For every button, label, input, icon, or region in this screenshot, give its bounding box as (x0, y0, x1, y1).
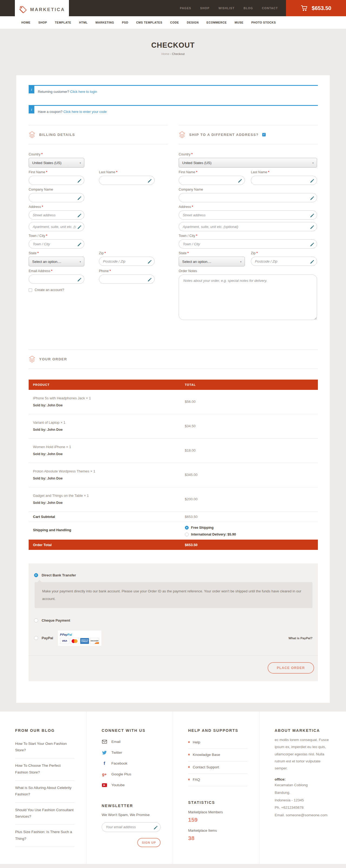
what-is-paypal-link[interactable]: What is PayPal? (288, 637, 312, 640)
order-notes-textarea[interactable] (179, 275, 317, 320)
header-nav-link[interactable]: WISHLIST (218, 6, 235, 10)
billing-country-select[interactable]: United States (US) ▼ (29, 158, 84, 167)
blog-post-link[interactable]: How To Start Your Own Fashion Store? (15, 737, 74, 758)
billing-address1-input[interactable] (29, 210, 84, 220)
address-line: Email. someone@someone.com (275, 811, 334, 819)
square-bullet-icon (188, 754, 190, 755)
help-link[interactable]: Contact Support (188, 761, 247, 774)
about-heading: ABOUT MARKETICA (275, 728, 334, 733)
billing-phone-input[interactable] (99, 275, 154, 284)
ship-different-address-checkbox[interactable] (262, 133, 266, 136)
shipping-last-name-field: Last Name* (251, 170, 317, 185)
billing-address2-input[interactable] (29, 222, 84, 231)
radio-free-shipping[interactable] (185, 526, 189, 530)
menu-item[interactable]: CODE (170, 21, 179, 24)
shipping-option-international[interactable]: International Delivery: $5.90 (185, 532, 236, 536)
blog-post-link[interactable]: Plus Size Fashion: Is There Such a Thing… (15, 825, 74, 847)
amex-card-icon: AMERICAN EXPRESS (80, 638, 89, 644)
radio-international-delivery[interactable] (185, 532, 189, 536)
breadcrumb-home[interactable]: Home (161, 52, 169, 56)
social-link-youtube[interactable]: ▶ Youtube (102, 780, 161, 790)
layers-icon (29, 355, 36, 363)
header-nav-link[interactable]: SHOP (200, 6, 210, 10)
radio-cheque-payment[interactable] (34, 618, 38, 622)
field-label: Last Name* (99, 170, 154, 174)
billing-email-input[interactable] (29, 275, 84, 284)
shipping-handling-row: Shipping and Handling Free Shipping Inte… (29, 522, 318, 539)
login-link[interactable]: Click here to login (70, 90, 97, 94)
shipping-handling-label: Shipping and Handling (29, 526, 185, 536)
menu-item[interactable]: DESIGN (187, 21, 199, 24)
shipping-last-name-input[interactable] (251, 176, 317, 185)
menu-item[interactable]: MARKETING (96, 21, 114, 24)
shipping-company-input[interactable] (179, 193, 317, 202)
payment-option-cheque[interactable]: Cheque Payment (34, 618, 312, 622)
shipping-zip-input[interactable] (251, 257, 317, 266)
radio-direct-bank-transfer[interactable] (34, 573, 38, 577)
billing-zip-input[interactable] (99, 257, 154, 266)
header-nav-link[interactable]: CONTACT (262, 6, 278, 10)
connect-heading: CONNECT WITH US (102, 728, 161, 733)
menu-item[interactable]: PSD (122, 21, 128, 24)
login-notice-text: Returning customer? (38, 90, 69, 94)
cart-button[interactable]: $653.50 (286, 0, 346, 16)
layers-icon (29, 131, 36, 138)
create-account-checkbox[interactable] (29, 288, 32, 292)
radio-paypal[interactable] (34, 636, 38, 640)
social-link-twitter[interactable]: Twitter (102, 747, 161, 758)
payment-option-bank[interactable]: Direct Bank Transfer (34, 573, 312, 577)
billing-first-name-field: First Name* (29, 170, 84, 185)
shipping-option-free[interactable]: Free Shipping (185, 526, 236, 530)
newsletter-email-input[interactable] (102, 822, 161, 832)
menu-item[interactable]: HOME (21, 21, 31, 24)
menu-item[interactable]: ECOMMERCE (207, 21, 227, 24)
pen-icon (77, 195, 82, 200)
menu-item[interactable]: MUSE (235, 21, 244, 24)
help-link[interactable]: Knowladge Base (188, 749, 247, 761)
menu-item[interactable]: SHOP (38, 21, 47, 24)
create-account-option[interactable]: Create an account? (29, 288, 168, 292)
billing-company-input[interactable] (29, 193, 84, 202)
help-link[interactable]: Help (188, 737, 247, 749)
menu-item[interactable]: PHOTO STOCKS (251, 21, 276, 24)
blog-heading: FROM OUR BLOG (15, 728, 74, 733)
header-nav-link[interactable]: BLOG (244, 6, 253, 10)
payment-option-paypal[interactable]: PayPal PPayPal VISA AMERICAN EXPRESS DIS… (34, 630, 312, 646)
field-label: Country* (179, 152, 317, 156)
address-line: Bandung. (275, 789, 334, 797)
brand-logo[interactable]: MARKETICA (15, 0, 69, 20)
blog-post-link[interactable]: What is So Alluring About Celebrity Fash… (15, 780, 74, 803)
social-link-email[interactable]: Email (102, 737, 161, 747)
menu-item[interactable]: HTML (79, 21, 88, 24)
order-row: Women Hold iPhone × 1 Sold by: John Doe … (29, 439, 318, 463)
social-link-google-plus[interactable]: g+ Google Plus (102, 769, 161, 780)
shipping-first-name-input[interactable] (179, 176, 245, 185)
billing-section-header: BILLING DETAILS (29, 125, 168, 144)
coupon-link[interactable]: Click here to enter your code (64, 110, 107, 114)
menu-item[interactable]: TEMPLATE (55, 21, 71, 24)
billing-last-name-input[interactable] (99, 176, 154, 185)
menu-item[interactable]: CMS TEMPLATES (136, 21, 163, 24)
billing-column: BILLING DETAILS Country* United States (… (29, 125, 168, 324)
order-total-row: Order Total $653.50 (29, 539, 318, 550)
help-link[interactable]: FAQ (188, 774, 247, 786)
header-nav-link[interactable]: PAGES (180, 6, 192, 10)
your-order-heading: YOUR ORDER (39, 357, 67, 361)
shipping-town-input[interactable] (179, 239, 317, 249)
blog-post-link[interactable]: Should You Use Fashion Consultant Servic… (15, 803, 74, 825)
social-link-facebook[interactable]: f Facebook (102, 758, 161, 769)
billing-state-select[interactable]: Select an option.... ▼ (29, 257, 84, 267)
blog-post-link[interactable]: How To Choose The Perfect Fashion Store? (15, 758, 74, 780)
billing-first-name-input[interactable] (29, 176, 84, 185)
order-table: PRODUCT TOTAL iPhone 5s with Headphones … (29, 379, 318, 550)
billing-town-input[interactable] (29, 239, 84, 249)
shipping-country-select[interactable]: United States (US) ▼ (179, 158, 317, 167)
pen-icon (310, 195, 314, 200)
field-label: First Name* (29, 170, 84, 174)
shipping-state-select[interactable]: Select an option.... ▼ (179, 257, 245, 267)
shipping-country-field: Country* United States (US) ▼ (179, 152, 317, 167)
shipping-address2-input[interactable] (179, 222, 317, 231)
signup-button[interactable]: SIGN UP (137, 838, 161, 847)
shipping-address1-input[interactable] (179, 210, 317, 220)
place-order-button[interactable]: PLACE ORDER (268, 662, 314, 674)
